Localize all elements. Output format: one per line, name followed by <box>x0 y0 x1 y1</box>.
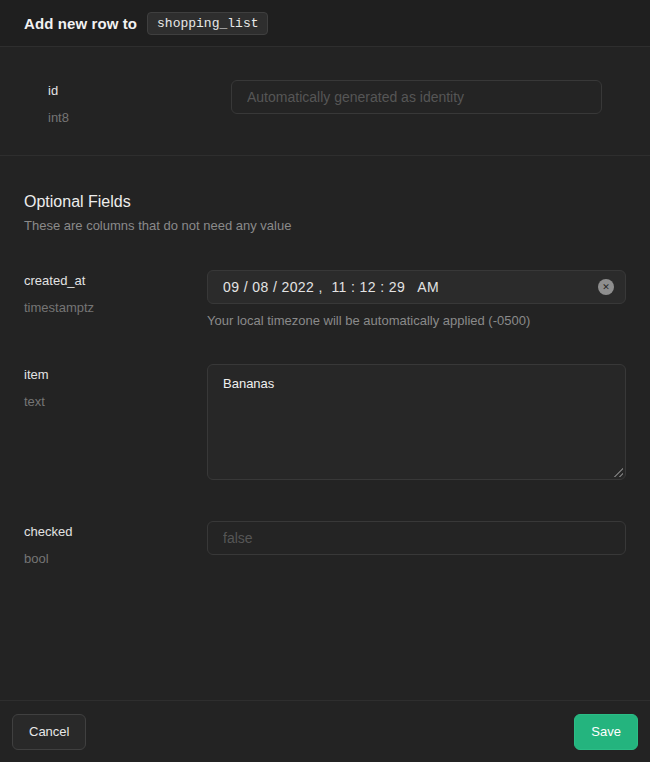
add-row-panel: Add new row to shopping_list id int8 Opt… <box>0 0 650 762</box>
optional-fields-title: Optional Fields <box>24 192 626 212</box>
required-fields-section: id int8 <box>0 47 650 156</box>
field-row-checked: checked bool <box>0 521 650 567</box>
panel-header: Add new row to shopping_list <box>0 0 650 47</box>
checked-input-column <box>207 521 626 567</box>
field-row-id: id int8 <box>24 80 626 126</box>
created-at-datetime-input[interactable] <box>207 270 626 304</box>
created-at-field-label: created_at <box>24 273 207 289</box>
id-field-label: id <box>48 83 231 99</box>
item-field-label: item <box>24 367 207 383</box>
page-title: Add new row to <box>24 15 137 32</box>
id-input[interactable] <box>231 80 602 114</box>
field-row-created-at: created_at timestamptz ✕ Your local time… <box>0 270 650 329</box>
optional-fields-header: Optional Fields These are columns that d… <box>0 156 650 234</box>
checked-label-column: checked bool <box>24 521 207 567</box>
id-label-column: id int8 <box>48 80 231 126</box>
panel-body: id int8 Optional Fields These are column… <box>0 47 650 700</box>
field-row-item: item text Bananas <box>0 364 650 480</box>
id-field-type: int8 <box>48 110 231 126</box>
panel-footer: Cancel Save <box>0 700 650 762</box>
timezone-helper-text: Your local timezone will be automaticall… <box>207 313 626 329</box>
save-button[interactable]: Save <box>574 714 638 750</box>
clear-circle-icon[interactable]: ✕ <box>598 279 614 295</box>
item-label-column: item text <box>24 364 207 480</box>
table-name-badge: shopping_list <box>147 12 268 35</box>
created-at-field-type: timestamptz <box>24 300 207 316</box>
item-field-type: text <box>24 394 207 410</box>
created-at-input-column: ✕ Your local timezone will be automatica… <box>207 270 626 329</box>
id-input-column <box>231 80 602 126</box>
checked-input[interactable] <box>207 521 626 555</box>
created-at-label-column: created_at timestamptz <box>24 270 207 329</box>
optional-fields-description: These are columns that do not need any v… <box>24 218 626 234</box>
checked-field-type: bool <box>24 551 207 567</box>
item-textarea[interactable]: Bananas <box>207 364 626 480</box>
item-input-column: Bananas <box>207 364 626 480</box>
cancel-button[interactable]: Cancel <box>12 714 86 750</box>
checked-field-label: checked <box>24 524 207 540</box>
